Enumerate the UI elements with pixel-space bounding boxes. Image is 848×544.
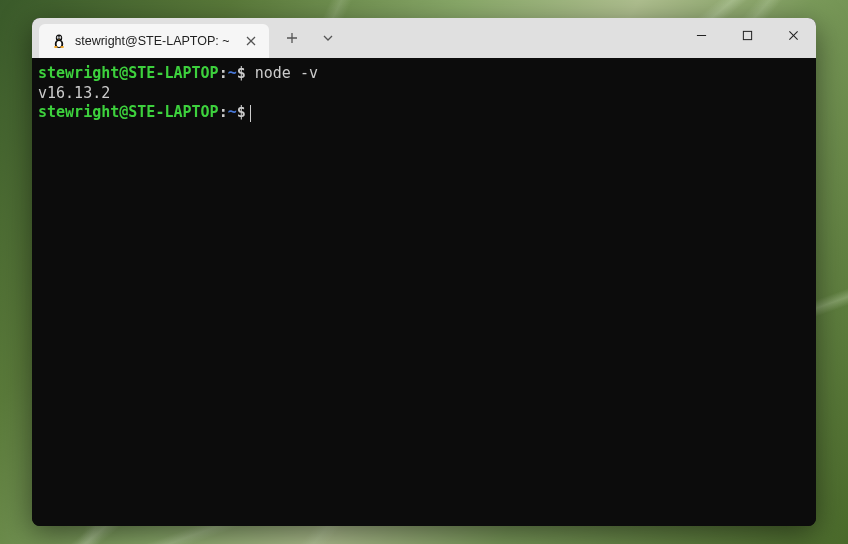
prompt-path: ~ bbox=[228, 103, 237, 121]
svg-point-8 bbox=[60, 46, 64, 48]
terminal-window: stewright@STE-LAPTOP: ~ bbox=[32, 18, 816, 526]
prompt-user-host: stewright@STE-LAPTOP bbox=[38, 103, 219, 121]
terminal-body[interactable]: stewright@STE-LAPTOP:~$ node -v v16.13.2… bbox=[32, 58, 816, 526]
close-button[interactable] bbox=[770, 18, 816, 52]
maximize-button[interactable] bbox=[724, 18, 770, 52]
tab-dropdown-button[interactable] bbox=[311, 23, 345, 53]
prompt-path: ~ bbox=[228, 64, 237, 82]
terminal-cursor bbox=[250, 105, 252, 122]
svg-point-7 bbox=[54, 46, 58, 48]
terminal-line: v16.13.2 bbox=[38, 84, 810, 104]
tab-title: stewright@STE-LAPTOP: ~ bbox=[75, 34, 235, 48]
command-output: v16.13.2 bbox=[38, 84, 110, 102]
linux-icon bbox=[51, 33, 67, 49]
minimize-button[interactable] bbox=[678, 18, 724, 52]
window-controls bbox=[678, 18, 816, 52]
prompt-user-host: stewright@STE-LAPTOP bbox=[38, 64, 219, 82]
svg-point-5 bbox=[58, 37, 59, 38]
new-tab-button[interactable] bbox=[275, 23, 309, 53]
terminal-line: stewright@STE-LAPTOP:~$ node -v bbox=[38, 64, 810, 84]
terminal-line: stewright@STE-LAPTOP:~$ bbox=[38, 103, 810, 123]
command-text: node -v bbox=[246, 64, 318, 82]
title-bar: stewright@STE-LAPTOP: ~ bbox=[32, 18, 816, 58]
tab-actions bbox=[269, 18, 345, 58]
svg-point-2 bbox=[57, 41, 62, 47]
svg-rect-14 bbox=[743, 31, 751, 39]
tab-active[interactable]: stewright@STE-LAPTOP: ~ bbox=[39, 24, 269, 58]
tab-close-button[interactable] bbox=[243, 33, 259, 49]
svg-point-6 bbox=[60, 37, 61, 38]
